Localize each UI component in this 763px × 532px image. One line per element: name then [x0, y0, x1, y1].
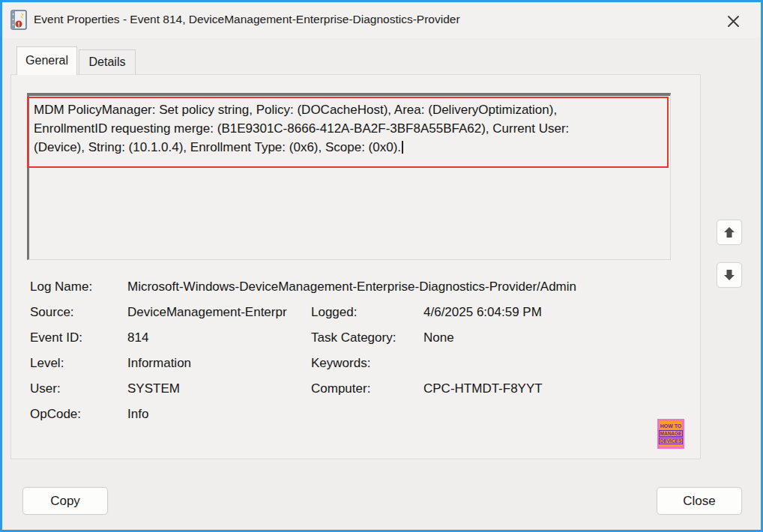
- copy-button[interactable]: Copy: [22, 487, 108, 515]
- text-cursor: [402, 141, 403, 154]
- computer-value: CPC-HTMDT-F8YYT: [423, 381, 543, 396]
- source-value: DeviceManagement-Enterpr: [127, 305, 287, 320]
- detail-row-eventid-taskcategory: Event ID: 814 Task Category: None: [30, 327, 690, 352]
- watermark-text: DEVICES: [659, 438, 684, 444]
- field-label: OpCode:: [30, 407, 81, 422]
- watermark-text: MANAGE: [659, 430, 684, 437]
- title-bar: Event Properties - Event 814, DeviceMana…: [2, 2, 761, 38]
- field-label: Level:: [30, 356, 64, 371]
- tab-details[interactable]: Details: [79, 49, 136, 75]
- description-line: MDM PolicyManager: Set policy string, Po…: [34, 100, 667, 119]
- level-value: Information: [127, 356, 191, 371]
- field-label: User:: [30, 381, 61, 396]
- user-value: SYSTEM: [127, 381, 180, 396]
- detail-row-opcode: OpCode: Info: [30, 403, 690, 429]
- detail-row-level-keywords: Level: Information Keywords:: [30, 352, 690, 378]
- description-line: (Device), String: (10.1.0.4), Enrollment…: [34, 138, 667, 157]
- detail-row-user-computer: User: SYSTEM Computer: CPC-HTMDT-F8YYT: [30, 378, 690, 403]
- task-category-value: None: [423, 330, 454, 345]
- htmd-watermark-logo: HOW TO MANAGE DEVICES: [657, 419, 684, 449]
- field-label: Keywords:: [311, 356, 370, 371]
- close-button[interactable]: Close: [657, 487, 742, 515]
- field-label: Log Name:: [30, 279, 92, 294]
- event-details-grid: Log Name: Microsoft-Windows-DeviceManage…: [30, 276, 690, 429]
- field-label: Source:: [30, 305, 74, 320]
- detail-row-log-name: Log Name: Microsoft-Windows-DeviceManage…: [30, 276, 690, 301]
- event-properties-window: Event Properties - Event 814, DeviceMana…: [0, 0, 763, 532]
- arrow-down-icon: [722, 267, 737, 282]
- detail-row-source-logged: Source: DeviceManagement-Enterpr Logged:…: [30, 301, 690, 327]
- field-label: Logged:: [311, 305, 357, 320]
- field-label: Computer:: [311, 381, 370, 396]
- arrow-up-icon: [722, 225, 737, 240]
- description-line: EnrollmentID requesting merge: (B1E9301C…: [34, 119, 667, 138]
- event-id-value: 814: [127, 330, 148, 345]
- tab-general[interactable]: General: [16, 46, 77, 75]
- previous-event-button[interactable]: [717, 220, 742, 245]
- logged-value: 4/6/2025 6:04:59 PM: [423, 305, 542, 320]
- field-label: Event ID:: [30, 330, 82, 345]
- window-title: Event Properties - Event 814, DeviceMana…: [34, 13, 460, 26]
- field-label: Task Category:: [311, 330, 396, 345]
- event-description-text: MDM PolicyManager: Set policy string, Po…: [34, 100, 667, 157]
- close-icon[interactable]: [722, 10, 744, 32]
- event-log-icon: [10, 10, 27, 30]
- opcode-value: Info: [127, 407, 148, 422]
- next-event-button[interactable]: [717, 262, 742, 288]
- watermark-text: HOW TO: [660, 423, 682, 429]
- log-name-value: Microsoft-Windows-DeviceManagement-Enter…: [127, 279, 576, 294]
